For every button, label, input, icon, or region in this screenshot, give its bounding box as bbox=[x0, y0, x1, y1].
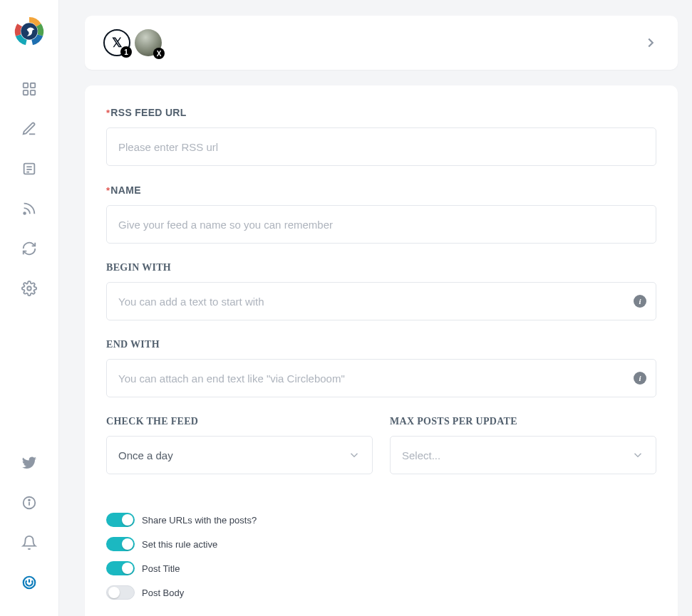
gear-icon bbox=[21, 281, 37, 296]
account-avatar-stack[interactable]: 𝕏 1 X bbox=[103, 29, 162, 56]
svg-point-10 bbox=[27, 286, 31, 291]
field-check-feed: CHECK THE FEED Once a day bbox=[106, 416, 373, 474]
grid-icon bbox=[21, 81, 37, 97]
account-selector-card: 𝕏 1 X bbox=[85, 16, 678, 70]
x-logo-icon: 𝕏 bbox=[112, 35, 123, 51]
nav-help[interactable] bbox=[13, 486, 46, 519]
toggle-knob bbox=[122, 538, 133, 550]
toggle-share-url[interactable] bbox=[106, 513, 135, 527]
info-icon[interactable]: i bbox=[634, 295, 646, 308]
chevron-down-icon bbox=[631, 449, 644, 461]
sidebar bbox=[0, 0, 59, 616]
network-x-badge: X bbox=[153, 48, 165, 59]
field-end-with: END WITH i bbox=[106, 339, 656, 397]
label-check-feed: CHECK THE FEED bbox=[106, 416, 373, 427]
nav-logout[interactable] bbox=[13, 566, 46, 599]
rss-url-input[interactable] bbox=[106, 127, 656, 166]
account-count-badge: 1 bbox=[120, 46, 132, 58]
max-posts-select[interactable]: Select... bbox=[390, 436, 656, 474]
rss-feed-form: *RSS FEED URL *NAME BEGIN WITH i END WIT… bbox=[85, 85, 678, 616]
info-icon bbox=[21, 495, 37, 511]
check-feed-select[interactable]: Once a day bbox=[106, 436, 373, 474]
toggle-knob bbox=[122, 563, 133, 574]
label-name: *NAME bbox=[106, 184, 656, 197]
toggle-active[interactable] bbox=[106, 537, 135, 551]
svg-rect-2 bbox=[31, 83, 35, 88]
toggle-label-share-url: Share URLs with the posts? bbox=[142, 515, 257, 526]
account-avatar-2[interactable]: X bbox=[135, 29, 162, 56]
nav-dashboard[interactable] bbox=[13, 73, 46, 105]
svg-point-9 bbox=[24, 212, 26, 214]
toggle-label-body: Post Body bbox=[142, 588, 184, 598]
field-max-posts: MAX POSTS PER UPDATE Select... bbox=[390, 416, 656, 474]
sidebar-bottom bbox=[13, 447, 46, 606]
nav-settings[interactable] bbox=[13, 272, 46, 305]
required-mark: * bbox=[106, 185, 110, 196]
label-rss-url: *RSS FEED URL bbox=[106, 107, 656, 119]
end-with-input[interactable] bbox=[106, 359, 656, 397]
power-icon bbox=[21, 575, 37, 590]
begin-with-wrap: i bbox=[106, 282, 656, 320]
field-name: *NAME bbox=[106, 184, 656, 244]
toggle-row-body: Post Body bbox=[106, 585, 656, 600]
row-check-max: CHECK THE FEED Once a day MAX POSTS PER … bbox=[106, 416, 656, 493]
toggle-label-active: Set this rule active bbox=[142, 539, 217, 550]
required-mark: * bbox=[106, 108, 110, 118]
nav-compose[interactable] bbox=[13, 113, 46, 145]
brand-logo[interactable] bbox=[11, 10, 47, 53]
rss-icon bbox=[21, 201, 37, 216]
svg-rect-3 bbox=[24, 90, 28, 95]
svg-rect-1 bbox=[24, 83, 28, 88]
newspaper-icon bbox=[21, 161, 37, 177]
expand-accounts-button[interactable] bbox=[639, 31, 662, 54]
chevron-down-icon bbox=[348, 449, 361, 461]
toggle-knob bbox=[108, 587, 120, 598]
chevron-right-icon bbox=[643, 35, 659, 51]
recycle-icon bbox=[21, 241, 37, 256]
field-begin-with: BEGIN WITH i bbox=[106, 262, 656, 320]
bell-icon bbox=[21, 535, 37, 550]
edit-icon bbox=[21, 121, 37, 137]
toggle-knob bbox=[122, 514, 133, 526]
toggle-title[interactable] bbox=[106, 561, 135, 575]
toggle-row-active: Set this rule active bbox=[106, 537, 656, 551]
nav-articles[interactable] bbox=[13, 152, 46, 185]
nav-rss[interactable] bbox=[13, 192, 46, 225]
begin-with-input[interactable] bbox=[106, 282, 656, 320]
nav-notifications[interactable] bbox=[13, 526, 46, 559]
name-input[interactable] bbox=[106, 205, 656, 244]
nav-recycle[interactable] bbox=[13, 232, 46, 265]
label-begin-with: BEGIN WITH bbox=[106, 262, 656, 273]
toggle-row-title: Post Title bbox=[106, 561, 656, 575]
toggle-label-title: Post Title bbox=[142, 563, 180, 574]
twitter-icon bbox=[21, 455, 37, 471]
account-avatar-1[interactable]: 𝕏 1 bbox=[103, 29, 130, 56]
toggle-row-share-url: Share URLs with the posts? bbox=[106, 513, 656, 527]
toggle-body[interactable] bbox=[106, 585, 135, 600]
circleboom-logo-icon bbox=[11, 14, 47, 49]
svg-point-13 bbox=[29, 499, 30, 501]
label-end-with: END WITH bbox=[106, 339, 656, 350]
sidebar-top bbox=[11, 0, 47, 312]
info-icon[interactable]: i bbox=[634, 372, 646, 385]
label-max-posts: MAX POSTS PER UPDATE bbox=[390, 416, 656, 427]
max-posts-placeholder: Select... bbox=[402, 449, 440, 461]
toggles-group: Share URLs with the posts? Set this rule… bbox=[106, 513, 656, 600]
nav-twitter[interactable] bbox=[13, 447, 46, 479]
end-with-wrap: i bbox=[106, 359, 656, 397]
check-feed-value: Once a day bbox=[118, 449, 173, 461]
main: 𝕏 1 X *RSS FEED URL *NAME bbox=[59, 0, 692, 616]
field-rss-url: *RSS FEED URL bbox=[106, 107, 656, 166]
svg-rect-4 bbox=[31, 90, 35, 95]
